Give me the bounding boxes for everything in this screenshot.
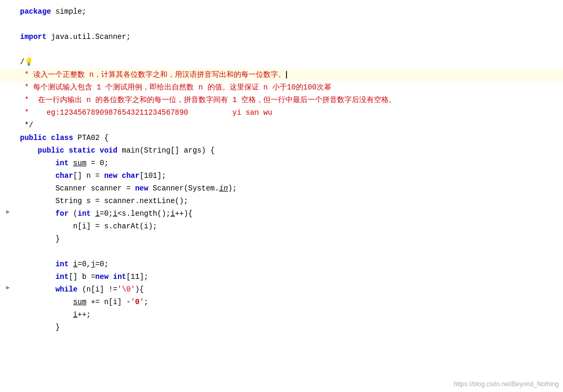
code-line-12: public static void main(String[] args) { — [0, 144, 563, 157]
line-content-26: } — [16, 321, 563, 333]
code-line-10: */ — [0, 119, 563, 132]
line-content-3: import java.util.Scanner; — [16, 31, 563, 43]
code-line-19: } — [0, 233, 563, 245]
code-line-11: public class PTA02 { — [0, 132, 563, 144]
code-line-7: * 每个测试输入包含 1 个测试用例，即给出自然数 n 的值。这里保证 n 小于… — [0, 81, 563, 94]
line-content-15: Scanner scanner = new Scanner(System.in)… — [16, 183, 563, 194]
watermark: https://blog.csdn.net/Beyond_Nothing — [454, 380, 559, 388]
code-line-6: * 读入一个正整数 n，计算其各位数字之和，用汉语拼音写出和的每一位数字。 — [0, 68, 563, 81]
code-line-9: * eg:12345678909876543211234567890 yi sa… — [0, 106, 563, 119]
code-line-2 — [0, 18, 563, 31]
line-content-23: while (n[i] !='\0'){ — [16, 284, 563, 295]
gutter-23: ▶ — [0, 284, 16, 292]
line-content-9: * eg:12345678909876543211234567890 yi sa… — [16, 107, 563, 118]
line-content-4 — [16, 44, 563, 55]
line-content-20 — [16, 246, 563, 257]
line-content-16: String s = scanner.nextLine(); — [16, 195, 563, 207]
code-line-8: * 在一行内输出 n 的各位数字之和的每一位，拼音数字间有 1 空格，但一行中最… — [0, 94, 563, 106]
line-content-1: package simple; — [16, 6, 563, 17]
line-content-17: for (int i=0;i<s.length();i++){ — [16, 208, 563, 219]
code-line-17: ▶ for (int i=0;i<s.length();i++){ — [0, 207, 563, 220]
line-content-19: } — [16, 233, 563, 245]
code-line-20 — [0, 245, 563, 258]
line-content-6: * 读入一个正整数 n，计算其各位数字之和，用汉语拼音写出和的每一位数字。 — [16, 69, 563, 81]
code-line-4 — [0, 43, 563, 56]
line-content-12: public static void main(String[] args) { — [16, 145, 563, 156]
code-line-25: i++; — [0, 308, 563, 321]
code-line-1: package simple; — [0, 5, 563, 18]
line-content-10: */ — [16, 119, 563, 131]
code-line-14: char[] n = new char[101]; — [0, 169, 563, 182]
code-line-23: ▶ while (n[i] !='\0'){ — [0, 283, 563, 296]
line-content-7: * 每个测试输入包含 1 个测试用例，即给出自然数 n 的值。这里保证 n 小于… — [16, 82, 563, 93]
line-content-2 — [16, 18, 563, 30]
line-content-13: int sum = 0; — [16, 157, 563, 169]
code-line-5: /💡 — [0, 56, 563, 68]
line-content-11: public class PTA02 { — [16, 132, 563, 144]
code-line-16: String s = scanner.nextLine(); — [0, 195, 563, 207]
code-line-22: int[] b =new int[11]; — [0, 270, 563, 283]
code-line-21: int i=0,j=0; — [0, 258, 563, 270]
gutter-17: ▶ — [0, 208, 16, 216]
code-line-18: n[i] = s.charAt(i); — [0, 220, 563, 233]
line-content-21: int i=0,j=0; — [16, 258, 563, 270]
line-content-22: int[] b =new int[11]; — [16, 271, 563, 283]
code-line-15: Scanner scanner = new Scanner(System.in)… — [0, 182, 563, 195]
code-line-26: } — [0, 321, 563, 334]
code-line-13: int sum = 0; — [0, 157, 563, 169]
line-content-25: i++; — [16, 309, 563, 320]
line-content-18: n[i] = s.charAt(i); — [16, 220, 563, 232]
line-content-5: /💡 — [16, 56, 563, 68]
code-line-24: sum += n[i] -'0'; — [0, 296, 563, 308]
code-line-3: import java.util.Scanner; — [0, 31, 563, 43]
line-content-14: char[] n = new char[101]; — [16, 170, 563, 182]
code-editor: package simple; import java.util.Scanner… — [0, 0, 563, 392]
line-content-24: sum += n[i] -'0'; — [16, 296, 563, 308]
line-content-8: * 在一行内输出 n 的各位数字之和的每一位，拼音数字间有 1 空格，但一行中最… — [16, 94, 563, 106]
